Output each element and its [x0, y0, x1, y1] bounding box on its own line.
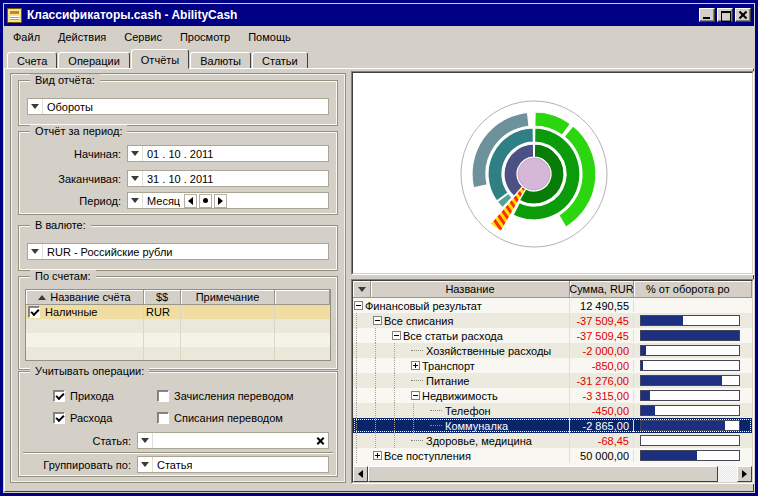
- table-row[interactable]: Питание-31 276,00: [353, 373, 752, 388]
- close-button[interactable]: [735, 8, 751, 22]
- account-name-cell: Наличные: [26, 305, 144, 319]
- amount-cell: -37 509,45: [570, 315, 634, 327]
- checkbox-icon[interactable]: [157, 390, 169, 402]
- maximize-button[interactable]: [717, 8, 733, 22]
- scroll-left-button[interactable]: [353, 466, 368, 482]
- tab-3[interactable]: Валюты: [190, 52, 251, 69]
- table-row[interactable]: Все поступления50 000,00: [353, 448, 752, 463]
- collapse-icon[interactable]: [373, 316, 382, 325]
- menu-item-4[interactable]: Помощь: [239, 29, 300, 45]
- arrow-right-icon: [742, 470, 747, 478]
- percent-cell: [634, 313, 752, 328]
- tab-1[interactable]: Операции: [58, 52, 129, 69]
- period-next-button[interactable]: [214, 194, 227, 208]
- table-header: Название Сумма, RUR % от оборота ро: [353, 281, 752, 298]
- column-header-name[interactable]: Название: [371, 281, 570, 298]
- chevron-down-icon[interactable]: [138, 457, 153, 472]
- tree-guide: [356, 388, 372, 403]
- scroll-right-button[interactable]: [737, 466, 752, 482]
- app-icon: [7, 8, 22, 23]
- checkbox-icon[interactable]: [157, 412, 169, 424]
- table-row[interactable]: Здоровье, медицина-68,45: [353, 433, 752, 448]
- amount-cell: -850,00: [570, 360, 634, 372]
- filter-dropdown-icon[interactable]: [353, 281, 371, 298]
- period-step-combobox[interactable]: Месяц: [127, 192, 329, 209]
- app-window: Классификаторы.cash - AbilityCash ФайлДе…: [0, 0, 758, 496]
- tab-4[interactable]: Статьи: [252, 52, 308, 69]
- accounts-col-extra[interactable]: [275, 290, 330, 305]
- start-date-field[interactable]: 01 . 10 . 2011: [127, 145, 329, 162]
- tree-guide: [394, 388, 410, 403]
- tree-guide: [375, 388, 391, 403]
- expand-icon[interactable]: [411, 361, 420, 370]
- menu-item-0[interactable]: Файл: [4, 29, 49, 45]
- tree-guide: [356, 328, 372, 343]
- menu-bar: ФайлДействияСервисПросмотрПомощь: [4, 27, 754, 47]
- checkbox-icon[interactable]: [53, 390, 65, 402]
- tree-cell: Транспорт: [353, 358, 570, 373]
- accounts-col-name[interactable]: Название счёта: [26, 290, 144, 305]
- percent-cell: [634, 343, 752, 358]
- expand-icon[interactable]: [373, 451, 382, 460]
- checkbox-expense[interactable]: Расхода: [53, 412, 157, 424]
- table-row[interactable]: Все статьи расхода-37 509,45: [353, 328, 752, 343]
- accounts-col-note[interactable]: Примечание: [181, 290, 275, 305]
- amount-cell: 50 000,00: [570, 450, 634, 462]
- empty-cell: [181, 333, 275, 347]
- menu-item-3[interactable]: Просмотр: [171, 29, 239, 45]
- table-row[interactable]: Недвижимость-3 315,00: [353, 388, 752, 403]
- tree-guide: [356, 358, 372, 373]
- menu-item-2[interactable]: Сервис: [115, 29, 171, 45]
- collapse-icon[interactable]: [392, 331, 401, 340]
- scrollbar-thumb[interactable]: [368, 466, 718, 482]
- clear-article-button[interactable]: [314, 434, 328, 448]
- table-row[interactable]: Финансовый результат12 490,55: [353, 298, 752, 313]
- tab-0[interactable]: Счета: [7, 52, 57, 69]
- tree-guide: [394, 373, 410, 388]
- table-row[interactable]: Коммуналка-2 865,00: [353, 418, 752, 433]
- account-checkbox[interactable]: [28, 306, 40, 318]
- period-current-button[interactable]: [199, 194, 212, 208]
- title-bar[interactable]: Классификаторы.cash - AbilityCash: [4, 4, 754, 26]
- checkbox-outgoing-transfer[interactable]: Списания переводом: [157, 412, 283, 424]
- percent-bar: [640, 435, 740, 446]
- account-row[interactable]: НаличныеRUR: [26, 305, 330, 319]
- period-prev-button[interactable]: [184, 194, 197, 208]
- chevron-down-icon[interactable]: [138, 433, 153, 448]
- checkbox-income[interactable]: Прихода: [53, 390, 157, 402]
- collapse-icon[interactable]: [411, 391, 420, 400]
- chevron-down-icon[interactable]: [128, 193, 143, 208]
- menu-item-1[interactable]: Действия: [49, 29, 115, 45]
- column-header-amount[interactable]: Сумма, RUR: [570, 281, 634, 298]
- chevron-down-icon[interactable]: [128, 171, 143, 186]
- amount-cell: 12 490,55: [570, 300, 634, 312]
- arrow-left-icon: [188, 197, 193, 205]
- chevron-down-icon[interactable]: [28, 99, 43, 114]
- accounts-col-currency[interactable]: $$: [144, 290, 181, 305]
- checkbox-icon[interactable]: [53, 412, 65, 424]
- table-row[interactable]: Все списания-37 509,45: [353, 313, 752, 328]
- table-row[interactable]: Хозяйственные расходы-2 000,00: [353, 343, 752, 358]
- percent-bar-fill: [641, 421, 725, 430]
- collapse-icon[interactable]: [354, 301, 363, 310]
- horizontal-scrollbar[interactable]: [353, 466, 752, 482]
- amount-cell: -31 276,00: [570, 375, 634, 387]
- minimize-button[interactable]: [699, 8, 715, 22]
- tree-guide: [356, 403, 372, 418]
- currency-combobox[interactable]: RUR - Российские рубли: [27, 243, 329, 260]
- chevron-down-icon[interactable]: [128, 146, 143, 161]
- column-header-percent[interactable]: % от оборота ро: [634, 281, 752, 298]
- chevron-down-icon[interactable]: [28, 244, 43, 259]
- table-row[interactable]: Телефон-450,00: [353, 403, 752, 418]
- table-row[interactable]: Транспорт-850,00: [353, 358, 752, 373]
- group-by-combobox[interactable]: Статья: [137, 456, 329, 473]
- checkbox-incoming-transfer[interactable]: Зачисления переводом: [157, 390, 294, 402]
- tab-strip: СчетаОперацииОтчётыВалютыСтатьи: [7, 49, 309, 69]
- article-combobox[interactable]: [137, 432, 329, 449]
- end-date-field[interactable]: 31 . 10 . 2011: [127, 170, 329, 187]
- accounts-table: Название счёта $$ Примечание НаличныеRUR: [25, 289, 331, 361]
- report-type-combobox[interactable]: Обороты: [27, 98, 329, 115]
- report-type-group-label: Вид отчёта:: [30, 74, 100, 86]
- tab-2[interactable]: Отчёты: [131, 49, 189, 69]
- reports-tab-page: Вид отчёта: Обороты Отчёт за период: Нач…: [4, 68, 754, 492]
